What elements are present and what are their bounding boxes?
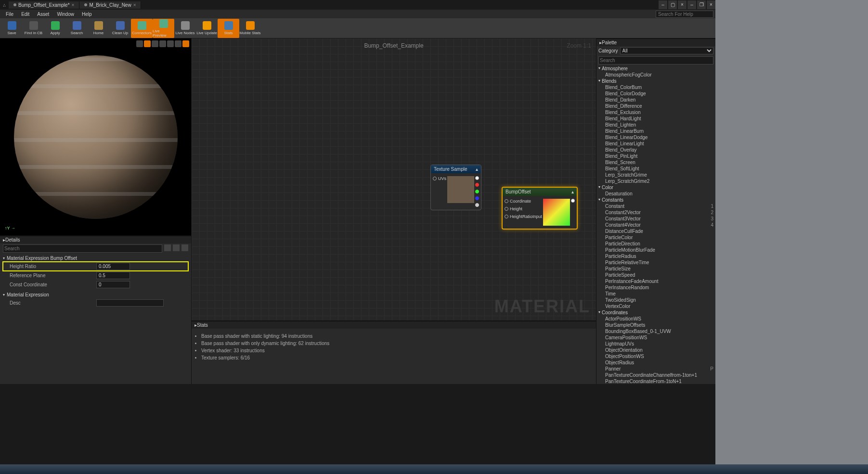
palette-search[interactable] [598,56,713,64]
graph-node[interactable]: Texture Sample▴UVs [430,165,481,210]
details-header[interactable]: ▸ Details [0,236,191,243]
palette-item[interactable]: Blend_HardLight [596,115,715,122]
minimize-icon[interactable]: – [687,0,696,9]
palette-item[interactable]: ParticleMotionBlurFade [596,247,715,253]
palette-item[interactable]: ObjectRadius [596,359,715,366]
menu-help[interactable]: Help [78,12,96,17]
palette-item[interactable]: BlurSampleOffsets [596,322,715,328]
palette-item[interactable]: ParticleDirection [596,241,715,247]
palette-item[interactable]: Blend_Screen [596,159,715,166]
palette-item[interactable]: Blend_LinearLight [596,141,715,147]
palette-item[interactable]: Lerp_ScratchGrime2 [596,178,715,184]
palette-item[interactable]: PerInstanceFadeAmount [596,278,715,284]
palette-item[interactable]: Blend_ColorBurn [596,84,715,90]
palette-item[interactable]: VertexColor [596,303,715,309]
palette-item[interactable]: ObjectOrientation [596,347,715,353]
viewport-btn[interactable] [152,40,158,47]
tab-brick[interactable]: M_Brick_Clay_New× [79,1,141,9]
desc-input[interactable] [96,299,164,307]
apply-button[interactable]: Apply [44,19,66,38]
graph-node[interactable]: BumpOffset▴CoordinateHeightHeightRatioIn… [502,187,578,230]
save-button[interactable]: Save [1,19,23,38]
reference-plane-input[interactable] [96,272,130,279]
menu-asset[interactable]: Asset [33,12,53,17]
palette-item[interactable]: BoundingBoxBased_0-1_UVW [596,328,715,334]
palette-item[interactable]: Blend_LinearDodge [596,134,715,141]
palette-item[interactable]: PanTextureCoordinateChannelfrom-1ton+1 [596,372,715,378]
viewport-btn[interactable] [159,40,166,47]
palette-item[interactable]: ParticleSpeed [596,272,715,278]
palette-item[interactable]: DistanceCullFade [596,228,715,234]
live-preview-button[interactable]: Live Preview [153,19,174,38]
category-select[interactable]: All [620,47,713,54]
find-in-cb-button[interactable]: Find in CB [23,19,44,38]
palette-item[interactable]: ActorPositionWS [596,316,715,322]
node-graph[interactable]: Bump_Offset_Example Zoom 1:1 MATERIAL Te… [192,38,596,320]
height-ratio-input[interactable] [96,263,130,270]
palette-item[interactable]: Blend_Overlay [596,147,715,153]
palette-item[interactable]: PerInstanceRandom [596,284,715,291]
restore-icon[interactable]: ❐ [697,0,706,9]
stats-header[interactable]: ▸ Stats [192,321,596,329]
tab-bump-offset[interactable]: Bump_Offset_Example*× [9,1,79,9]
live-update-button[interactable]: Live Update [196,19,218,38]
close-icon[interactable]: × [707,0,715,9]
details-group-header[interactable]: Material Expression [3,291,188,298]
palette-item[interactable]: ParticleRadius [596,253,715,259]
search-button[interactable]: Search [66,19,88,38]
menu-file[interactable]: File [2,12,17,17]
palette-item[interactable]: Constant2Vector2 [596,209,715,216]
clean-up-button[interactable]: Clean Up [109,19,131,38]
palette-item[interactable]: Blend_PinLight [596,153,715,159]
search-icon[interactable] [164,244,171,251]
palette-category[interactable]: Constants [596,197,715,203]
palette-item[interactable]: TwoSidedSign [596,297,715,303]
close-icon[interactable]: × [678,0,687,9]
viewport-btn[interactable] [167,40,174,47]
palette-item[interactable]: CameraPositionWS [596,334,715,341]
help-search[interactable] [656,11,713,18]
details-group-header[interactable]: Material Expression Bump Offset [3,255,188,262]
preview-viewport[interactable]: ↑Y → [0,38,191,236]
close-icon[interactable]: × [72,2,75,8]
viewport-btn[interactable] [175,40,181,47]
eye-icon[interactable] [181,244,188,251]
home-button[interactable]: Home [88,19,109,38]
palette-item[interactable]: Blend_SoftLight [596,166,715,172]
palette-item[interactable]: ObjectPositionWS [596,353,715,359]
mobile-stats-button[interactable]: Mobile Stats [239,19,261,38]
filter-icon[interactable] [173,244,180,251]
palette-item[interactable]: ParticleSize [596,266,715,272]
details-search[interactable] [3,244,162,253]
viewport-btn[interactable] [182,40,189,47]
palette-item[interactable]: Blend_ColorDodge [596,90,715,97]
palette-item[interactable]: Desaturation [596,191,715,197]
palette-item[interactable]: Blend_Lighten [596,122,715,128]
connectors-button[interactable]: Connectors [131,19,153,38]
palette-item[interactable]: PannerP [596,366,715,372]
palette-item[interactable]: Lerp_ScratchGrime [596,172,715,178]
palette-category[interactable]: Coordinates [596,309,715,316]
palette-item[interactable]: Constant1 [596,203,715,209]
palette-item[interactable]: AtmosphericFogColor [596,72,715,78]
palette-header[interactable]: ▸ Palette [596,38,715,46]
palette-item[interactable]: Blend_LinearBurn [596,128,715,134]
palette-item[interactable]: ParticleColor [596,234,715,241]
stats-button[interactable]: Stats [218,19,239,38]
palette-category[interactable]: Blends [596,78,715,84]
maximize-icon[interactable]: ▢ [668,0,677,9]
palette-item[interactable]: Time [596,291,715,297]
palette-item[interactable]: Constant4Vector4 [596,222,715,228]
viewport-btn[interactable] [144,40,151,47]
menu-edit[interactable]: Edit [17,12,33,17]
close-icon[interactable]: × [133,2,136,8]
menu-window[interactable]: Window [53,12,78,17]
taskbar[interactable] [0,464,868,474]
palette-item[interactable]: Blend_Difference [596,103,715,109]
viewport-btn[interactable] [136,40,143,47]
palette-item[interactable]: PanTextureCoordinateFrom-1toN+1 [596,378,715,384]
palette-item[interactable]: LightmapUVs [596,341,715,347]
palette-item[interactable]: Blend_Darken [596,97,715,103]
palette-category[interactable]: Atmosphere [596,65,715,72]
minimize-icon[interactable]: – [659,0,667,9]
